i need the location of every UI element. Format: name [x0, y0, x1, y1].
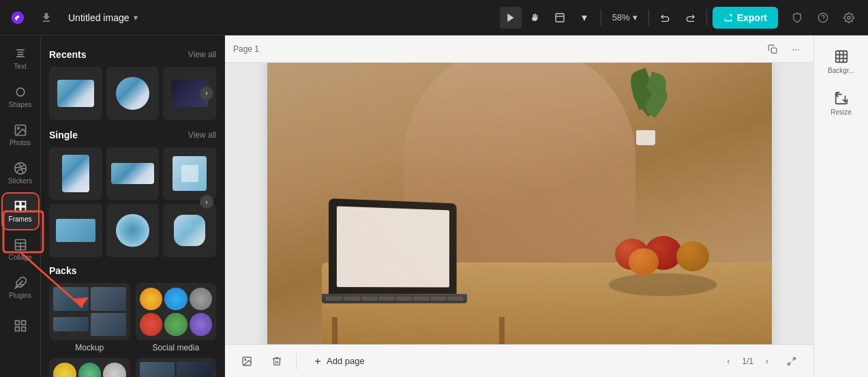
single-frame-6[interactable]	[163, 204, 216, 257]
sidebar-item-text[interactable]: Text	[3, 41, 38, 76]
separator-3	[706, 10, 707, 26]
sidebar-plugins-label: Plugins	[9, 292, 31, 299]
pack-social-media[interactable]: Social media	[136, 283, 217, 352]
frame-chevron-button[interactable]: ▾	[573, 7, 595, 29]
sidebar-item-collage[interactable]: Collage	[3, 232, 38, 267]
recents-section-header: Recents View all	[49, 49, 216, 60]
settings-icon-button[interactable]	[838, 7, 860, 29]
recent-frame-1[interactable]	[49, 67, 102, 120]
frame-selector-button[interactable]	[549, 7, 571, 29]
page-thumbnail-button[interactable]	[236, 350, 258, 372]
single-scroll-right[interactable]: ›	[200, 195, 213, 209]
prev-page-button[interactable]: ‹	[720, 353, 736, 370]
canvas-toolbar: Page 1 ···	[225, 35, 813, 63]
main-content: Text Shapes Photos Stickers Frames Colla…	[0, 35, 868, 377]
sidebar-stickers-label: Stickers	[8, 177, 33, 185]
mockup-cell-2	[91, 287, 126, 311]
recent-frame-1-preview	[57, 80, 94, 107]
packs-title: Packs	[49, 265, 76, 276]
title-chevron-icon[interactable]: ▾	[134, 13, 138, 22]
header-tools: ▾ 58% ▾ Export	[500, 7, 860, 29]
add-page-button[interactable]: Add page	[305, 352, 373, 370]
pack-dark-preview	[140, 362, 213, 377]
mockup-image	[267, 63, 772, 344]
next-page-button[interactable]: ›	[759, 353, 775, 370]
sidebar-item-frames[interactable]: Frames	[3, 194, 38, 229]
plant-decoration	[629, 70, 663, 145]
redo-button[interactable]	[679, 7, 701, 29]
recents-scroll-right[interactable]: ›	[200, 87, 213, 100]
packs-section-header: Packs	[49, 265, 216, 276]
pack-dark-box[interactable]	[136, 358, 217, 377]
single-frame-5-preview	[116, 214, 149, 247]
single-title: Single	[49, 130, 78, 140]
separator-2	[648, 10, 649, 26]
pack-dark-frames[interactable]	[136, 358, 217, 377]
svg-rect-20	[21, 321, 25, 325]
packs-row-2	[49, 358, 216, 377]
sidebar-collage-label: Collage	[9, 254, 32, 261]
recent-frame-2[interactable]	[106, 67, 160, 120]
canvas-options: ···	[763, 40, 805, 59]
play-tool-button[interactable]	[500, 7, 522, 29]
single-frame-6-preview	[174, 215, 206, 247]
left-panel: Recents View all	[41, 35, 225, 377]
recents-view-all[interactable]: View all	[188, 50, 216, 59]
single-frame-1-preview	[62, 155, 89, 192]
single-frame-1[interactable]	[49, 147, 102, 200]
sidebar-icons: Text Shapes Photos Stickers Frames Colla…	[0, 35, 41, 377]
pack-social-preview	[140, 287, 213, 336]
hand-tool-button[interactable]	[524, 7, 546, 29]
upload-icon[interactable]	[35, 7, 57, 29]
background-label: Backgr...	[828, 67, 854, 74]
delete-page-button[interactable]	[266, 350, 288, 372]
sidebar-item-plugins[interactable]: Plugins	[3, 270, 38, 305]
svg-point-8	[17, 127, 18, 130]
export-button[interactable]: Export	[713, 7, 778, 29]
zoom-control[interactable]: 58% ▾	[607, 7, 643, 29]
single-section-header: Single View all	[49, 130, 216, 140]
zoom-value: 58%	[612, 12, 630, 22]
panel-resize-handle[interactable]	[222, 35, 224, 377]
canvas-viewport[interactable]	[225, 63, 813, 344]
table-leg-right	[499, 317, 505, 345]
help-icon-button[interactable]	[812, 7, 834, 29]
background-tool[interactable]: Backgr...	[820, 44, 863, 80]
svg-point-6	[16, 88, 25, 96]
bottom-divider	[296, 353, 297, 370]
canvas-more-button[interactable]: ···	[786, 40, 805, 59]
sidebar-item-more[interactable]	[3, 308, 38, 344]
single-frame-5[interactable]	[106, 204, 160, 257]
svg-point-5	[848, 16, 850, 19]
expand-pages-button[interactable]	[781, 350, 803, 372]
svg-rect-22	[21, 327, 25, 331]
pack-social-box[interactable]	[136, 283, 217, 340]
single-view-all[interactable]: View all	[188, 130, 216, 140]
add-page-label: Add page	[327, 356, 365, 366]
single-frame-3[interactable]	[163, 147, 216, 200]
sidebar-item-photos[interactable]: Photos	[3, 117, 38, 153]
mockup-cell-3	[53, 317, 89, 331]
sidebar-item-shapes[interactable]: Shapes	[3, 79, 38, 115]
single-frame-4[interactable]	[49, 204, 102, 257]
pack-color-box[interactable]	[49, 358, 130, 377]
single-frame-2[interactable]	[106, 147, 160, 200]
sidebar-item-stickers[interactable]: Stickers	[3, 155, 38, 191]
pack-color-circles[interactable]	[49, 358, 130, 377]
shield-icon-button[interactable]	[786, 7, 808, 29]
canva-logo[interactable]	[8, 8, 27, 27]
undo-button[interactable]	[655, 7, 676, 29]
svg-rect-11	[15, 207, 20, 212]
resize-tool[interactable]: Resize	[820, 85, 863, 121]
social-circle-2	[164, 288, 188, 311]
canvas-copy-button[interactable]	[763, 40, 782, 59]
export-label: Export	[737, 12, 767, 23]
pack-mockup[interactable]: Mockup	[49, 283, 130, 352]
svg-point-25	[245, 359, 246, 360]
sidebar-text-label: Text	[14, 63, 26, 70]
social-circle-3	[190, 288, 213, 311]
pack-mockup-box[interactable]	[49, 283, 130, 340]
page-counter: 1/1	[742, 357, 753, 366]
separator-1	[601, 10, 601, 26]
svg-line-29	[788, 362, 791, 365]
